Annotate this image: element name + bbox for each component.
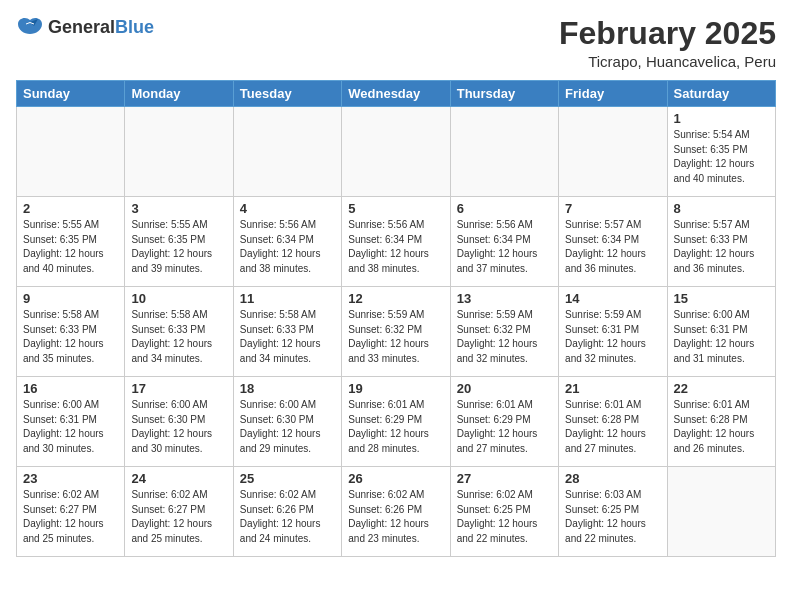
calendar-cell: 20Sunrise: 6:01 AM Sunset: 6:29 PM Dayli… <box>450 377 558 467</box>
calendar-cell: 6Sunrise: 5:56 AM Sunset: 6:34 PM Daylig… <box>450 197 558 287</box>
day-info: Sunrise: 6:02 AM Sunset: 6:26 PM Dayligh… <box>240 488 335 546</box>
week-row-5: 23Sunrise: 6:02 AM Sunset: 6:27 PM Dayli… <box>17 467 776 557</box>
day-number: 24 <box>131 471 226 486</box>
weekday-header-tuesday: Tuesday <box>233 81 341 107</box>
day-info: Sunrise: 5:55 AM Sunset: 6:35 PM Dayligh… <box>131 218 226 276</box>
title-area: February 2025 Ticrapo, Huancavelica, Per… <box>559 16 776 70</box>
day-info: Sunrise: 6:01 AM Sunset: 6:28 PM Dayligh… <box>674 398 769 456</box>
day-info: Sunrise: 5:58 AM Sunset: 6:33 PM Dayligh… <box>240 308 335 366</box>
day-info: Sunrise: 5:55 AM Sunset: 6:35 PM Dayligh… <box>23 218 118 276</box>
day-number: 17 <box>131 381 226 396</box>
day-number: 25 <box>240 471 335 486</box>
day-info: Sunrise: 5:59 AM Sunset: 6:32 PM Dayligh… <box>348 308 443 366</box>
calendar-cell: 16Sunrise: 6:00 AM Sunset: 6:31 PM Dayli… <box>17 377 125 467</box>
day-number: 23 <box>23 471 118 486</box>
day-number: 9 <box>23 291 118 306</box>
day-info: Sunrise: 6:02 AM Sunset: 6:25 PM Dayligh… <box>457 488 552 546</box>
calendar-cell: 12Sunrise: 5:59 AM Sunset: 6:32 PM Dayli… <box>342 287 450 377</box>
calendar-cell: 9Sunrise: 5:58 AM Sunset: 6:33 PM Daylig… <box>17 287 125 377</box>
weekday-header-wednesday: Wednesday <box>342 81 450 107</box>
day-number: 4 <box>240 201 335 216</box>
calendar-cell: 27Sunrise: 6:02 AM Sunset: 6:25 PM Dayli… <box>450 467 558 557</box>
day-info: Sunrise: 5:57 AM Sunset: 6:33 PM Dayligh… <box>674 218 769 276</box>
week-row-3: 9Sunrise: 5:58 AM Sunset: 6:33 PM Daylig… <box>17 287 776 377</box>
day-info: Sunrise: 6:02 AM Sunset: 6:27 PM Dayligh… <box>23 488 118 546</box>
calendar-cell <box>342 107 450 197</box>
calendar-cell: 17Sunrise: 6:00 AM Sunset: 6:30 PM Dayli… <box>125 377 233 467</box>
calendar-cell: 3Sunrise: 5:55 AM Sunset: 6:35 PM Daylig… <box>125 197 233 287</box>
day-info: Sunrise: 6:00 AM Sunset: 6:31 PM Dayligh… <box>23 398 118 456</box>
day-number: 1 <box>674 111 769 126</box>
calendar-table: SundayMondayTuesdayWednesdayThursdayFrid… <box>16 80 776 557</box>
calendar-cell: 4Sunrise: 5:56 AM Sunset: 6:34 PM Daylig… <box>233 197 341 287</box>
calendar-cell: 24Sunrise: 6:02 AM Sunset: 6:27 PM Dayli… <box>125 467 233 557</box>
week-row-2: 2Sunrise: 5:55 AM Sunset: 6:35 PM Daylig… <box>17 197 776 287</box>
day-info: Sunrise: 6:03 AM Sunset: 6:25 PM Dayligh… <box>565 488 660 546</box>
day-number: 10 <box>131 291 226 306</box>
day-number: 6 <box>457 201 552 216</box>
logo-icon <box>16 16 44 38</box>
day-number: 2 <box>23 201 118 216</box>
day-number: 18 <box>240 381 335 396</box>
day-info: Sunrise: 5:56 AM Sunset: 6:34 PM Dayligh… <box>240 218 335 276</box>
logo-general-text: General <box>48 17 115 37</box>
calendar-cell: 11Sunrise: 5:58 AM Sunset: 6:33 PM Dayli… <box>233 287 341 377</box>
day-number: 28 <box>565 471 660 486</box>
day-number: 26 <box>348 471 443 486</box>
calendar-cell: 14Sunrise: 5:59 AM Sunset: 6:31 PM Dayli… <box>559 287 667 377</box>
calendar-cell: 18Sunrise: 6:00 AM Sunset: 6:30 PM Dayli… <box>233 377 341 467</box>
day-number: 21 <box>565 381 660 396</box>
day-info: Sunrise: 6:01 AM Sunset: 6:29 PM Dayligh… <box>348 398 443 456</box>
day-info: Sunrise: 6:00 AM Sunset: 6:30 PM Dayligh… <box>240 398 335 456</box>
calendar-cell: 28Sunrise: 6:03 AM Sunset: 6:25 PM Dayli… <box>559 467 667 557</box>
weekday-header-monday: Monday <box>125 81 233 107</box>
calendar-cell: 22Sunrise: 6:01 AM Sunset: 6:28 PM Dayli… <box>667 377 775 467</box>
calendar-cell: 1Sunrise: 5:54 AM Sunset: 6:35 PM Daylig… <box>667 107 775 197</box>
day-info: Sunrise: 6:00 AM Sunset: 6:31 PM Dayligh… <box>674 308 769 366</box>
day-info: Sunrise: 5:56 AM Sunset: 6:34 PM Dayligh… <box>457 218 552 276</box>
calendar-cell <box>17 107 125 197</box>
day-info: Sunrise: 6:02 AM Sunset: 6:26 PM Dayligh… <box>348 488 443 546</box>
day-number: 8 <box>674 201 769 216</box>
day-info: Sunrise: 5:59 AM Sunset: 6:31 PM Dayligh… <box>565 308 660 366</box>
weekday-header-thursday: Thursday <box>450 81 558 107</box>
day-info: Sunrise: 6:01 AM Sunset: 6:29 PM Dayligh… <box>457 398 552 456</box>
day-number: 27 <box>457 471 552 486</box>
weekday-header-saturday: Saturday <box>667 81 775 107</box>
day-info: Sunrise: 6:01 AM Sunset: 6:28 PM Dayligh… <box>565 398 660 456</box>
day-info: Sunrise: 5:54 AM Sunset: 6:35 PM Dayligh… <box>674 128 769 186</box>
day-info: Sunrise: 5:59 AM Sunset: 6:32 PM Dayligh… <box>457 308 552 366</box>
calendar-cell: 10Sunrise: 5:58 AM Sunset: 6:33 PM Dayli… <box>125 287 233 377</box>
calendar-cell: 13Sunrise: 5:59 AM Sunset: 6:32 PM Dayli… <box>450 287 558 377</box>
logo-blue-text: Blue <box>115 17 154 37</box>
day-number: 22 <box>674 381 769 396</box>
location-title: Ticrapo, Huancavelica, Peru <box>559 53 776 70</box>
day-info: Sunrise: 5:57 AM Sunset: 6:34 PM Dayligh… <box>565 218 660 276</box>
calendar-cell: 23Sunrise: 6:02 AM Sunset: 6:27 PM Dayli… <box>17 467 125 557</box>
calendar-cell: 5Sunrise: 5:56 AM Sunset: 6:34 PM Daylig… <box>342 197 450 287</box>
day-number: 20 <box>457 381 552 396</box>
calendar-cell: 21Sunrise: 6:01 AM Sunset: 6:28 PM Dayli… <box>559 377 667 467</box>
calendar-cell <box>559 107 667 197</box>
day-number: 11 <box>240 291 335 306</box>
day-info: Sunrise: 5:56 AM Sunset: 6:34 PM Dayligh… <box>348 218 443 276</box>
day-info: Sunrise: 5:58 AM Sunset: 6:33 PM Dayligh… <box>23 308 118 366</box>
week-row-1: 1Sunrise: 5:54 AM Sunset: 6:35 PM Daylig… <box>17 107 776 197</box>
day-number: 13 <box>457 291 552 306</box>
weekday-header-sunday: Sunday <box>17 81 125 107</box>
calendar-cell: 15Sunrise: 6:00 AM Sunset: 6:31 PM Dayli… <box>667 287 775 377</box>
logo: GeneralBlue <box>16 16 154 38</box>
calendar-cell: 2Sunrise: 5:55 AM Sunset: 6:35 PM Daylig… <box>17 197 125 287</box>
day-number: 5 <box>348 201 443 216</box>
calendar-cell: 19Sunrise: 6:01 AM Sunset: 6:29 PM Dayli… <box>342 377 450 467</box>
day-info: Sunrise: 6:02 AM Sunset: 6:27 PM Dayligh… <box>131 488 226 546</box>
calendar-cell <box>450 107 558 197</box>
day-number: 16 <box>23 381 118 396</box>
day-info: Sunrise: 6:00 AM Sunset: 6:30 PM Dayligh… <box>131 398 226 456</box>
weekday-header-friday: Friday <box>559 81 667 107</box>
day-info: Sunrise: 5:58 AM Sunset: 6:33 PM Dayligh… <box>131 308 226 366</box>
calendar-cell: 26Sunrise: 6:02 AM Sunset: 6:26 PM Dayli… <box>342 467 450 557</box>
weekday-header-row: SundayMondayTuesdayWednesdayThursdayFrid… <box>17 81 776 107</box>
day-number: 19 <box>348 381 443 396</box>
day-number: 15 <box>674 291 769 306</box>
